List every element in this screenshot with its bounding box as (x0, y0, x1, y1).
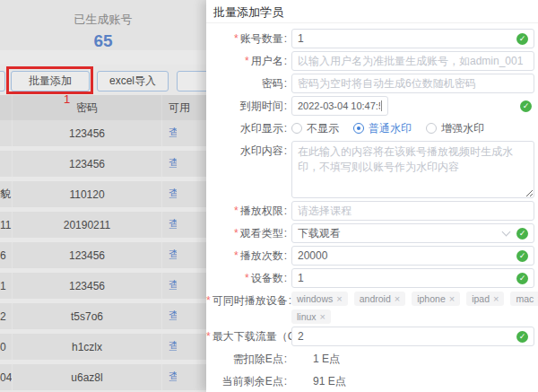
header-password: 密码 (12, 95, 161, 120)
password-cell: 123456 (12, 120, 161, 146)
batch-add-button[interactable]: 批量添加 (11, 71, 90, 91)
password-cell: 20190211 (12, 212, 161, 238)
tag-label: windows (297, 293, 333, 304)
device-tag: iphone (412, 292, 460, 306)
password-cell: u6az8l (12, 364, 161, 390)
form-row-play-permission: 播放权限 (206, 201, 534, 221)
radio-selected-icon (353, 123, 364, 134)
remove-tag-icon[interactable] (395, 294, 400, 304)
screen: 已生成账号 65 批量添加 excel导入 1 密码 可用 123456 查看 (0, 0, 538, 392)
view-link[interactable]: 查看 (169, 217, 177, 232)
table-row: 04 u6az8l 查看 (0, 364, 206, 392)
partial-left-button[interactable] (0, 71, 5, 91)
device-count-input[interactable] (298, 272, 516, 284)
table-row: 11 20190211 查看 (0, 212, 206, 242)
view-link[interactable]: 查看 (169, 278, 177, 293)
chevron-down-icon (502, 227, 511, 236)
remove-tag-icon[interactable] (336, 294, 342, 304)
form-row-watermark-content: 水印内容 (206, 141, 534, 198)
play-count-input[interactable] (298, 249, 516, 262)
tag-label: ipad (472, 293, 490, 304)
username-fragment: 6 (0, 249, 12, 262)
expire-time-input-wrap (291, 96, 388, 116)
table-row: 123456 查看 (0, 120, 206, 151)
watch-type-select[interactable] (291, 223, 534, 243)
remove-tag-icon[interactable] (449, 294, 455, 304)
password-input[interactable] (298, 77, 528, 90)
view-link[interactable]: 查看 (169, 339, 177, 354)
success-icon (520, 100, 532, 112)
remove-tag-icon[interactable] (320, 312, 325, 322)
play-permission-select[interactable] (291, 201, 534, 221)
password-cell: h1czlx (12, 334, 161, 360)
account-count-input[interactable] (298, 32, 516, 45)
table-row: 貌 110120 查看 (0, 181, 206, 212)
view-link[interactable]: 查看 (169, 187, 177, 202)
username-label: 用户名 (206, 51, 291, 71)
watch-type-label: 观看类型 (206, 223, 291, 243)
expire-time-label: 到期时间 (206, 96, 291, 116)
radio-label[interactable]: 不显示 (307, 121, 339, 136)
tag-label: linux (297, 311, 317, 322)
password-cell: 123456 (12, 151, 161, 177)
username-fragment: 貌 (0, 187, 12, 202)
username-fragment: 0 (0, 341, 12, 353)
stat-label: 已生成账号 (0, 12, 206, 28)
play-permission-input[interactable] (298, 205, 528, 217)
watch-type-value[interactable] (298, 227, 503, 240)
password-cell: 123456 (12, 242, 161, 268)
password-input-wrap (291, 74, 534, 93)
remove-tag-icon[interactable] (493, 294, 499, 304)
password-cell: t5s7o6 (12, 303, 161, 329)
annotation-step-number: 1 (64, 92, 70, 106)
watermark-content-label: 水印内容 (206, 141, 291, 161)
username-fragment: 11 (0, 219, 12, 231)
view-link[interactable]: 查看 (169, 248, 177, 263)
tag-line: windows android iphone ipad mac (291, 292, 538, 306)
view-link[interactable]: 查看 (169, 126, 177, 141)
success-icon (516, 250, 528, 262)
form-row-password: 密码 (206, 74, 534, 93)
stat-divider (0, 50, 206, 65)
stat-value: 65 (0, 31, 206, 51)
remaining-points-value: 91 E点 (313, 374, 346, 389)
username-fragment: 1 (0, 280, 12, 292)
header-available: 可用 (161, 95, 206, 120)
radio-normal-watermark[interactable]: 普通水印 (353, 121, 412, 136)
form-row-username: 用户名 (206, 51, 534, 71)
username-fragment: 04 (0, 371, 12, 384)
radio-enhanced-watermark[interactable]: 增强水印 (426, 121, 484, 136)
batch-add-form: 账号数量 用户名 密码 到期时间 (206, 23, 538, 391)
account-count-input-wrap (291, 29, 534, 48)
radio-no-watermark[interactable]: 不显示 (291, 121, 339, 136)
password-cell: 123456 (12, 273, 161, 299)
view-link[interactable]: 查看 (169, 370, 177, 385)
radio-label[interactable]: 增强水印 (441, 121, 484, 136)
excel-import-button[interactable]: excel导入 (97, 71, 169, 91)
watermark-radio-group: 不显示 普通水印 增强水印 (291, 118, 499, 138)
radio-icon (291, 123, 302, 134)
remaining-points-label: 当前剩余E点 (206, 371, 291, 391)
expire-time-input[interactable] (298, 100, 380, 111)
radio-label[interactable]: 普通水印 (369, 121, 412, 136)
username-fragment: 2 (0, 310, 12, 323)
device-tag: windows (291, 292, 348, 306)
watermark-display-label: 水印显示 (206, 118, 291, 138)
view-link[interactable]: 查看 (169, 156, 177, 171)
play-count-label: 播放次数 (206, 246, 291, 266)
form-row-devices: 可同时播放设备 windows android iphone ipad mac … (206, 291, 534, 324)
success-icon (516, 33, 528, 45)
view-link[interactable]: 查看 (169, 309, 177, 324)
batch-add-drawer: 批量添加学员 账号数量 用户名 密码 (206, 0, 538, 392)
text-cursor (381, 100, 382, 111)
form-row-watermark-display: 水印显示 不显示 普通水印 增强水印 (206, 118, 534, 138)
table-row: 0 h1czlx 查看 (0, 334, 206, 364)
background-page: 已生成账号 65 批量添加 excel导入 1 密码 可用 123456 查看 (0, 0, 206, 392)
username-input[interactable] (298, 55, 528, 67)
form-row-remaining-points: 当前剩余E点 91 E点 (206, 371, 534, 391)
form-row-account-count: 账号数量 (206, 29, 534, 48)
table-row: 6 123456 查看 (0, 242, 206, 273)
max-download-input[interactable] (298, 330, 516, 343)
watermark-content-textarea[interactable] (291, 141, 534, 198)
device-tag: ipad (466, 292, 504, 306)
